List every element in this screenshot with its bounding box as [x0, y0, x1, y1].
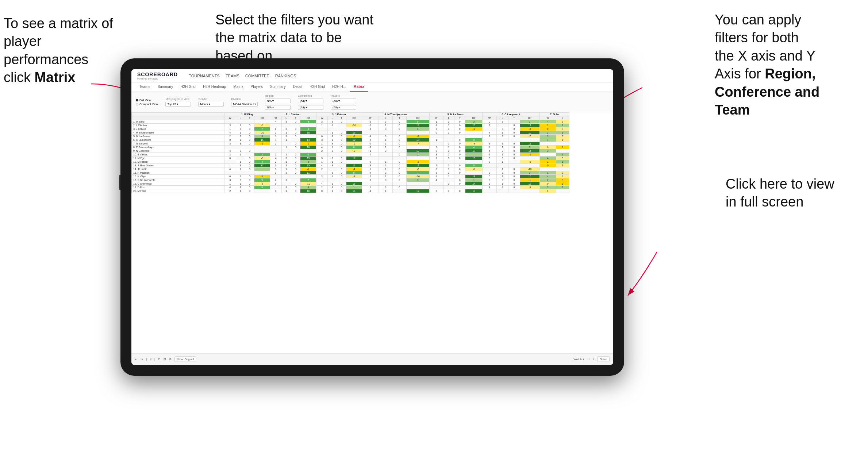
- filter-conference-select[interactable]: (All) ▾: [298, 99, 323, 103]
- toolbar-copy[interactable]: ⎘: [150, 358, 151, 361]
- matrix-cell-18-18: [454, 186, 465, 189]
- sh-w2: W: [270, 116, 281, 120]
- matrix-cell-0-23: 1: [520, 120, 539, 124]
- matrix-cell-19-5: 1: [281, 189, 291, 193]
- matrix-cell-6-18: 0: [454, 142, 465, 146]
- matrix-cell-16-10: [337, 178, 346, 182]
- matrix-cell-8-7: [300, 149, 316, 153]
- matrix-cell-18-23: -5: [520, 186, 539, 189]
- matrix-cell-9-21: 1: [497, 153, 508, 157]
- matrix-cell-4-4: 1: [270, 135, 281, 138]
- matrix-cell-5-20: [482, 138, 496, 142]
- col-header-3: 3. J Koivun: [316, 113, 362, 116]
- matrix-cell-9-14: 0: [392, 153, 406, 157]
- toolbar-fullscreen[interactable]: ⛶: [587, 358, 590, 361]
- matrix-cell-9-3: 8: [254, 153, 270, 157]
- view-original-btn[interactable]: View: Original: [174, 356, 196, 362]
- col-header-2: 2. L Clanton: [270, 113, 316, 116]
- matrix-cell-15-23: 16: [520, 175, 539, 178]
- matrix-cell-9-17: 1: [443, 153, 454, 157]
- sh-t6: T: [508, 116, 520, 120]
- matrix-cell-10-6: 0: [291, 157, 300, 160]
- matrix-cell-7-15: [406, 146, 429, 149]
- filter-region: Region N/A ▾ N/A ▾: [265, 94, 291, 110]
- tab-summary2[interactable]: Summary: [266, 82, 289, 92]
- tab-players[interactable]: Players: [247, 82, 266, 92]
- nav-tournaments[interactable]: TOURNAMENTS: [189, 73, 220, 79]
- filter-gender-select[interactable]: Men's ▾: [198, 102, 224, 107]
- matrix-cell-9-4: 1: [270, 153, 281, 157]
- matrix-cell-2-5: 3: [281, 127, 291, 131]
- matrix-cell-2-22: 0: [508, 127, 520, 131]
- tab-matrix-active[interactable]: Matrix: [350, 82, 368, 92]
- matrix-cell-18-16: [430, 186, 443, 189]
- tab-h2h-h[interactable]: H2H H...: [329, 82, 350, 92]
- toolbar-settings[interactable]: ⚙: [169, 358, 172, 361]
- toolbar-watch[interactable]: Watch ▾: [573, 358, 584, 361]
- sh-w1: W: [224, 116, 236, 120]
- filter-players-select2[interactable]: (All) ▾: [331, 105, 356, 110]
- tab-summary[interactable]: Summary: [154, 82, 177, 92]
- matrix-cell-15-7: [300, 175, 316, 178]
- filter-region-select[interactable]: N/A ▾: [265, 99, 291, 103]
- ann-left-line1: To see a matrix of: [4, 16, 113, 31]
- filter-players-select[interactable]: (All) ▾: [331, 99, 356, 103]
- nav-committee[interactable]: COMMITTEE: [245, 73, 269, 79]
- matrix-cell-12-2: 0: [245, 164, 254, 167]
- filter-max-select[interactable]: Top 25 ▾: [165, 102, 191, 107]
- matrix-cell-19-3: [254, 189, 270, 193]
- tab-teams[interactable]: Teams: [136, 82, 154, 92]
- tab-h2h-heatmap[interactable]: H2H Heatmap: [199, 82, 230, 92]
- matrix-cell-5-18: 0: [454, 138, 465, 142]
- toolbar-zoom-out[interactable]: ⊟: [158, 358, 161, 361]
- filter-conference-select2[interactable]: (All) ▾: [298, 105, 323, 110]
- matrix-cell-9-8: [316, 153, 327, 157]
- toolbar-undo[interactable]: ↩: [135, 358, 138, 361]
- filter-players: Players (All) ▾ (All) ▾: [331, 94, 356, 110]
- matrix-cell-14-0: [224, 171, 236, 175]
- nav-teams[interactable]: TEAMS: [226, 73, 239, 79]
- sh-d3: Dif: [346, 116, 362, 120]
- matrix-cell-7-16: 2: [430, 146, 443, 149]
- tab-h2h-grid[interactable]: H2H Grid: [177, 82, 199, 92]
- matrix-cell-11-10: 0: [337, 160, 346, 164]
- matrix-cell-9-22: 0: [508, 153, 520, 157]
- matrix-cell-13-16: 0: [430, 167, 443, 171]
- matrix-cell-12-5: 3: [281, 164, 291, 167]
- tab-h2h-grid2[interactable]: H2H Grid: [306, 82, 329, 92]
- nav-rankings[interactable]: RANKINGS: [275, 73, 296, 79]
- matrix-cell-11-2: 0: [245, 160, 254, 164]
- filter-division-select[interactable]: NCAA Division I ▾: [231, 102, 257, 107]
- radio-compact-view[interactable]: Compact View: [136, 103, 158, 106]
- matrix-cell-5-2: 0: [245, 138, 254, 142]
- toolbar-zoom-in[interactable]: ⊞: [164, 358, 166, 361]
- toolbar-redo[interactable]: ↪: [141, 358, 143, 361]
- matrix-cell-19-25: [556, 189, 569, 193]
- matrix-container[interactable]: 1. W Ding 2. L Clanton 3. J Koivun 4. M …: [131, 112, 613, 346]
- matrix-cell-12-20: [482, 164, 496, 167]
- matrix-cell-18-4: [270, 186, 281, 189]
- matrix-cell-14-24: 1: [539, 171, 556, 175]
- matrix-cell-11-15: -2: [406, 160, 429, 164]
- arrow-bottom-right: [621, 248, 672, 299]
- tab-matrix[interactable]: Matrix: [230, 82, 247, 92]
- matrix-cell-19-9: 1: [328, 189, 337, 193]
- share-btn[interactable]: Share: [597, 356, 610, 362]
- matrix-cell-18-5: 3: [281, 186, 291, 189]
- row-name-18: 19. D Ford: [132, 186, 224, 189]
- filter-region-select2[interactable]: N/A ▾: [265, 105, 291, 110]
- toolbar-share-icon[interactable]: ⤴: [593, 358, 594, 361]
- matrix-cell-5-1: 1: [236, 138, 245, 142]
- tab-detail[interactable]: Detail: [289, 82, 306, 92]
- matrix-cell-7-9: 1: [328, 146, 337, 149]
- matrix-cell-1-23: 14: [520, 124, 539, 127]
- radio-full-view[interactable]: Full View: [136, 99, 158, 102]
- matrix-cell-15-8: 3: [316, 175, 327, 178]
- matrix-cell-2-24: 0: [539, 127, 556, 131]
- matrix-cell-8-14: [392, 149, 406, 153]
- matrix-cell-10-8: 3: [316, 157, 327, 160]
- matrix-cell-16-16: 4: [430, 178, 443, 182]
- filter-region-value: N/A: [267, 99, 272, 103]
- sh-d2: Dif: [300, 116, 316, 120]
- matrix-cell-19-4: 1: [270, 189, 281, 193]
